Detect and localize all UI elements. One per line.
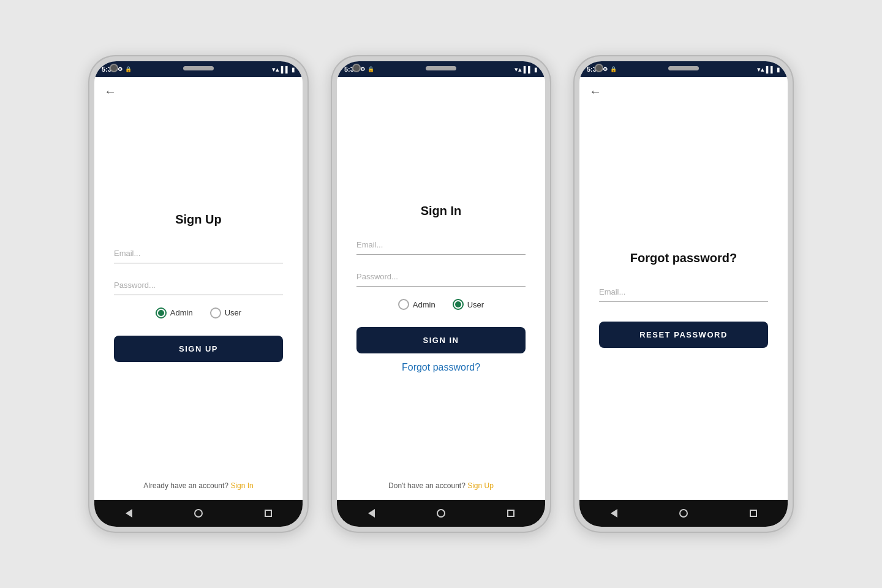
screen-content-signin: Sign In Admin User SIGN IN xyxy=(337,77,545,500)
forgot-form: Forgot password? RESET PASSWORD xyxy=(579,99,788,500)
signin-user-label: User xyxy=(467,300,484,309)
forgot-title: Forgot password? xyxy=(599,251,768,265)
lock-icon-2: 🔒 xyxy=(368,66,374,72)
signup-password-input[interactable] xyxy=(114,276,283,295)
signup-bottom-text: Already have an account? xyxy=(143,481,228,490)
signup-title: Sign Up xyxy=(114,213,283,227)
camera-3 xyxy=(595,64,603,72)
signin-admin-radio[interactable]: Admin xyxy=(398,299,435,310)
signup-admin-radio[interactable]: Admin xyxy=(156,307,193,318)
signin-email-input[interactable] xyxy=(356,235,526,255)
lock-icon: 🔒 xyxy=(125,66,132,72)
recent-button-3[interactable] xyxy=(750,510,757,517)
screen-content-signup: ← Sign Up Admin User xyxy=(94,77,303,500)
phone-screen-2: 5:38 ⚙ 🔒 ▾▴ ▌▌ ▮ Sign In Admi xyxy=(337,61,545,527)
signup-button[interactable]: SIGN UP xyxy=(114,336,283,362)
settings-icon-3: ⚙ xyxy=(603,66,608,72)
phone-screen-1: 5:39 ⚙ 🔒 ▾▴ ▌▌ ▮ ← Sign Up xyxy=(94,61,303,527)
signin-bottom-text: Don't have an account? xyxy=(388,481,466,490)
back-arrow-icon[interactable]: ← xyxy=(104,85,116,98)
signin-role-group: Admin User xyxy=(356,299,526,310)
signin-button[interactable]: SIGN IN xyxy=(356,327,526,353)
back-button-1[interactable] xyxy=(126,509,132,518)
battery-icon-3: ▮ xyxy=(777,66,780,73)
back-button-2[interactable] xyxy=(368,509,375,518)
signup-user-radio[interactable]: User xyxy=(210,307,241,318)
status-icons-3: ▾▴ ▌▌ ▮ xyxy=(757,66,780,74)
nav-bar-1 xyxy=(94,500,303,527)
status-icons-1: ▾▴ ▌▌ ▮ xyxy=(272,66,295,74)
back-nav-1[interactable]: ← xyxy=(94,77,303,99)
signal-icon: ▌▌ xyxy=(281,66,290,73)
settings-icon: ⚙ xyxy=(118,66,123,72)
signin-bottom: Don't have an account? Sign Up xyxy=(337,475,545,500)
admin-label: Admin xyxy=(170,308,193,317)
phone-forgot: 5:39 ⚙ 🔒 ▾▴ ▌▌ ▮ ← Forgot password? RESE… xyxy=(573,55,794,533)
status-bar-2: 5:38 ⚙ 🔒 ▾▴ ▌▌ ▮ xyxy=(337,61,545,77)
home-button-2[interactable] xyxy=(437,509,445,518)
camera-1 xyxy=(110,64,118,72)
back-button-3[interactable] xyxy=(611,509,617,518)
screen-content-forgot: ← Forgot password? RESET PASSWORD xyxy=(579,77,788,500)
admin-radio-circle[interactable] xyxy=(156,307,167,318)
status-icons-2: ▾▴ ▌▌ ▮ xyxy=(514,66,538,74)
signin-user-radio[interactable]: User xyxy=(453,299,484,310)
signin-admin-label: Admin xyxy=(413,300,435,309)
phone-screen-3: 5:39 ⚙ 🔒 ▾▴ ▌▌ ▮ ← Forgot password? RESE… xyxy=(579,61,788,527)
lock-icon-3: 🔒 xyxy=(610,66,617,72)
nav-bar-2 xyxy=(337,500,545,527)
home-button-3[interactable] xyxy=(679,509,688,518)
signup-form: Sign Up Admin User SIGN UP xyxy=(94,99,303,475)
signal-icon-3: ▌▌ xyxy=(766,66,775,73)
signup-role-group: Admin User xyxy=(114,307,283,318)
wifi-icon-2: ▾▴ xyxy=(514,66,522,74)
user-radio-circle[interactable] xyxy=(210,307,221,318)
back-nav-3[interactable]: ← xyxy=(579,77,788,99)
recent-button-2[interactable] xyxy=(507,510,514,517)
signin-title: Sign In xyxy=(356,204,526,218)
battery-icon-2: ▮ xyxy=(534,66,538,73)
signup-bottom: Already have an account? Sign In xyxy=(94,475,303,500)
signup-email-input[interactable] xyxy=(114,244,283,263)
phone-signup: 5:39 ⚙ 🔒 ▾▴ ▌▌ ▮ ← Sign Up xyxy=(88,55,309,533)
user-label: User xyxy=(225,308,241,317)
signup-link[interactable]: Sign Up xyxy=(467,481,494,490)
signin-form: Sign In Admin User SIGN IN xyxy=(337,77,545,475)
settings-icon-2: ⚙ xyxy=(360,66,365,72)
nav-bar-3 xyxy=(579,500,788,527)
wifi-icon: ▾▴ xyxy=(272,66,279,74)
signin-user-radio-circle[interactable] xyxy=(453,299,464,310)
signin-link[interactable]: Sign In xyxy=(230,481,253,490)
status-bar-1: 5:39 ⚙ 🔒 ▾▴ ▌▌ ▮ xyxy=(94,61,303,77)
forgot-password-link[interactable]: Forgot password? xyxy=(402,362,480,372)
status-bar-3: 5:39 ⚙ 🔒 ▾▴ ▌▌ ▮ xyxy=(579,61,788,77)
phone-signin: 5:38 ⚙ 🔒 ▾▴ ▌▌ ▮ Sign In Admi xyxy=(331,55,551,533)
camera-2 xyxy=(352,64,361,72)
recent-button-1[interactable] xyxy=(265,510,272,517)
signal-icon-2: ▌▌ xyxy=(524,66,532,73)
battery-icon: ▮ xyxy=(292,66,295,73)
home-button-1[interactable] xyxy=(194,509,203,518)
back-arrow-icon-3[interactable]: ← xyxy=(589,85,601,98)
signin-password-input[interactable] xyxy=(356,267,526,287)
signin-admin-radio-circle[interactable] xyxy=(398,299,409,310)
forgot-email-input[interactable] xyxy=(599,282,768,302)
reset-password-button[interactable]: RESET PASSWORD xyxy=(599,322,768,348)
wifi-icon-3: ▾▴ xyxy=(757,66,764,74)
